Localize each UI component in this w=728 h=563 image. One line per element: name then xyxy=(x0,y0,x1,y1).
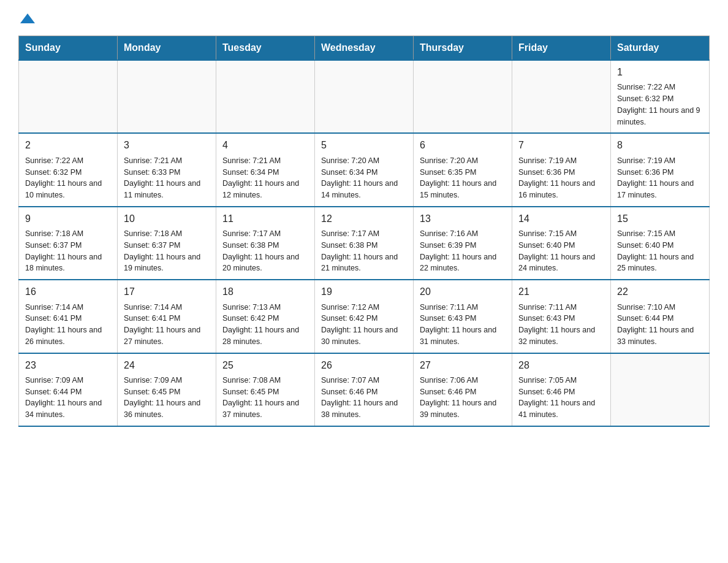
day-cell: 19Sunrise: 7:12 AMSunset: 6:42 PMDayligh… xyxy=(315,280,414,353)
day-number: 7 xyxy=(518,139,604,152)
day-number: 4 xyxy=(222,139,308,152)
week-row-3: 9Sunrise: 7:18 AMSunset: 6:37 PMDaylight… xyxy=(19,207,710,280)
day-number: 9 xyxy=(25,212,111,226)
day-number: 24 xyxy=(124,359,210,372)
day-info: Sunrise: 7:14 AMSunset: 6:41 PMDaylight:… xyxy=(124,302,210,348)
day-cell xyxy=(611,353,710,426)
day-info: Sunrise: 7:20 AMSunset: 6:35 PMDaylight:… xyxy=(420,155,506,201)
day-cell: 20Sunrise: 7:11 AMSunset: 6:43 PMDayligh… xyxy=(414,280,512,353)
day-number: 18 xyxy=(222,285,308,299)
day-info: Sunrise: 7:15 AMSunset: 6:40 PMDaylight:… xyxy=(617,228,703,274)
day-cell: 13Sunrise: 7:16 AMSunset: 6:39 PMDayligh… xyxy=(414,207,512,280)
day-info: Sunrise: 7:12 AMSunset: 6:42 PMDaylight:… xyxy=(321,302,407,348)
day-cell: 6Sunrise: 7:20 AMSunset: 6:35 PMDaylight… xyxy=(414,133,512,206)
day-cell: 24Sunrise: 7:09 AMSunset: 6:45 PMDayligh… xyxy=(118,353,216,426)
day-number: 1 xyxy=(617,66,703,79)
day-number: 13 xyxy=(420,212,506,226)
day-info: Sunrise: 7:21 AMSunset: 6:33 PMDaylight:… xyxy=(124,155,210,201)
day-cell: 16Sunrise: 7:14 AMSunset: 6:41 PMDayligh… xyxy=(19,280,118,353)
weekday-header-wednesday: Wednesday xyxy=(315,36,414,61)
weekday-header-tuesday: Tuesday xyxy=(216,36,315,61)
day-cell xyxy=(19,60,118,133)
day-info: Sunrise: 7:14 AMSunset: 6:41 PMDaylight:… xyxy=(25,302,111,348)
day-cell: 28Sunrise: 7:05 AMSunset: 6:46 PMDayligh… xyxy=(512,353,611,426)
week-row-4: 16Sunrise: 7:14 AMSunset: 6:41 PMDayligh… xyxy=(19,280,710,353)
day-number: 2 xyxy=(25,139,111,152)
day-info: Sunrise: 7:07 AMSunset: 6:46 PMDaylight:… xyxy=(321,375,407,421)
day-cell: 8Sunrise: 7:19 AMSunset: 6:36 PMDaylight… xyxy=(611,133,710,206)
day-number: 10 xyxy=(124,212,210,226)
day-number: 6 xyxy=(420,139,506,152)
day-info: Sunrise: 7:13 AMSunset: 6:42 PMDaylight:… xyxy=(222,302,308,348)
day-info: Sunrise: 7:17 AMSunset: 6:38 PMDaylight:… xyxy=(321,228,407,274)
day-number: 5 xyxy=(321,139,407,152)
day-cell: 1Sunrise: 7:22 AMSunset: 6:32 PMDaylight… xyxy=(611,60,710,133)
day-cell: 10Sunrise: 7:18 AMSunset: 6:37 PMDayligh… xyxy=(118,207,216,280)
day-cell: 17Sunrise: 7:14 AMSunset: 6:41 PMDayligh… xyxy=(118,280,216,353)
day-cell: 21Sunrise: 7:11 AMSunset: 6:43 PMDayligh… xyxy=(512,280,611,353)
day-number: 3 xyxy=(124,139,210,152)
day-cell xyxy=(315,60,414,133)
day-cell: 7Sunrise: 7:19 AMSunset: 6:36 PMDaylight… xyxy=(512,133,611,206)
day-cell xyxy=(414,60,512,133)
day-number: 22 xyxy=(617,285,703,299)
day-info: Sunrise: 7:10 AMSunset: 6:44 PMDaylight:… xyxy=(617,302,703,348)
logo xyxy=(18,12,35,23)
day-number: 21 xyxy=(518,285,604,299)
weekday-header-row: SundayMondayTuesdayWednesdayThursdayFrid… xyxy=(19,36,710,61)
day-info: Sunrise: 7:16 AMSunset: 6:39 PMDaylight:… xyxy=(420,228,506,274)
day-cell: 4Sunrise: 7:21 AMSunset: 6:34 PMDaylight… xyxy=(216,133,315,206)
day-number: 25 xyxy=(222,359,308,372)
day-number: 26 xyxy=(321,359,407,372)
weekday-header-monday: Monday xyxy=(118,36,216,61)
day-info: Sunrise: 7:18 AMSunset: 6:37 PMDaylight:… xyxy=(25,228,111,274)
day-number: 11 xyxy=(222,212,308,226)
day-info: Sunrise: 7:19 AMSunset: 6:36 PMDaylight:… xyxy=(617,155,703,201)
day-cell: 5Sunrise: 7:20 AMSunset: 6:34 PMDaylight… xyxy=(315,133,414,206)
day-info: Sunrise: 7:11 AMSunset: 6:43 PMDaylight:… xyxy=(518,302,604,348)
day-info: Sunrise: 7:06 AMSunset: 6:46 PMDaylight:… xyxy=(420,375,506,421)
day-info: Sunrise: 7:09 AMSunset: 6:45 PMDaylight:… xyxy=(124,375,210,421)
day-number: 16 xyxy=(25,285,111,299)
day-number: 15 xyxy=(617,212,703,226)
day-info: Sunrise: 7:05 AMSunset: 6:46 PMDaylight:… xyxy=(518,375,604,421)
week-row-1: 1Sunrise: 7:22 AMSunset: 6:32 PMDaylight… xyxy=(19,60,710,133)
weekday-header-thursday: Thursday xyxy=(414,36,512,61)
day-cell: 27Sunrise: 7:06 AMSunset: 6:46 PMDayligh… xyxy=(414,353,512,426)
day-info: Sunrise: 7:22 AMSunset: 6:32 PMDaylight:… xyxy=(25,155,111,201)
day-cell: 12Sunrise: 7:17 AMSunset: 6:38 PMDayligh… xyxy=(315,207,414,280)
day-cell xyxy=(216,60,315,133)
day-cell: 18Sunrise: 7:13 AMSunset: 6:42 PMDayligh… xyxy=(216,280,315,353)
day-info: Sunrise: 7:08 AMSunset: 6:45 PMDaylight:… xyxy=(222,375,308,421)
day-number: 19 xyxy=(321,285,407,299)
day-cell: 9Sunrise: 7:18 AMSunset: 6:37 PMDaylight… xyxy=(19,207,118,280)
day-cell: 3Sunrise: 7:21 AMSunset: 6:33 PMDaylight… xyxy=(118,133,216,206)
day-info: Sunrise: 7:11 AMSunset: 6:43 PMDaylight:… xyxy=(420,302,506,348)
weekday-header-friday: Friday xyxy=(512,36,611,61)
week-row-2: 2Sunrise: 7:22 AMSunset: 6:32 PMDaylight… xyxy=(19,133,710,206)
day-info: Sunrise: 7:17 AMSunset: 6:38 PMDaylight:… xyxy=(222,228,308,274)
day-info: Sunrise: 7:19 AMSunset: 6:36 PMDaylight:… xyxy=(518,155,604,201)
day-number: 8 xyxy=(617,139,703,152)
weekday-header-sunday: Sunday xyxy=(19,36,118,61)
day-cell: 15Sunrise: 7:15 AMSunset: 6:40 PMDayligh… xyxy=(611,207,710,280)
day-cell: 11Sunrise: 7:17 AMSunset: 6:38 PMDayligh… xyxy=(216,207,315,280)
day-number: 14 xyxy=(518,212,604,226)
day-number: 17 xyxy=(124,285,210,299)
day-cell: 23Sunrise: 7:09 AMSunset: 6:44 PMDayligh… xyxy=(19,353,118,426)
day-number: 20 xyxy=(420,285,506,299)
calendar-table: SundayMondayTuesdayWednesdayThursdayFrid… xyxy=(18,36,710,427)
week-row-5: 23Sunrise: 7:09 AMSunset: 6:44 PMDayligh… xyxy=(19,353,710,426)
day-info: Sunrise: 7:18 AMSunset: 6:37 PMDaylight:… xyxy=(124,228,210,274)
day-cell: 14Sunrise: 7:15 AMSunset: 6:40 PMDayligh… xyxy=(512,207,611,280)
day-cell xyxy=(512,60,611,133)
day-cell: 2Sunrise: 7:22 AMSunset: 6:32 PMDaylight… xyxy=(19,133,118,206)
day-info: Sunrise: 7:21 AMSunset: 6:34 PMDaylight:… xyxy=(222,155,308,201)
day-cell: 26Sunrise: 7:07 AMSunset: 6:46 PMDayligh… xyxy=(315,353,414,426)
page-header xyxy=(18,12,710,23)
day-number: 28 xyxy=(518,359,604,372)
day-number: 12 xyxy=(321,212,407,226)
day-info: Sunrise: 7:20 AMSunset: 6:34 PMDaylight:… xyxy=(321,155,407,201)
weekday-header-saturday: Saturday xyxy=(611,36,710,61)
day-number: 23 xyxy=(25,359,111,372)
